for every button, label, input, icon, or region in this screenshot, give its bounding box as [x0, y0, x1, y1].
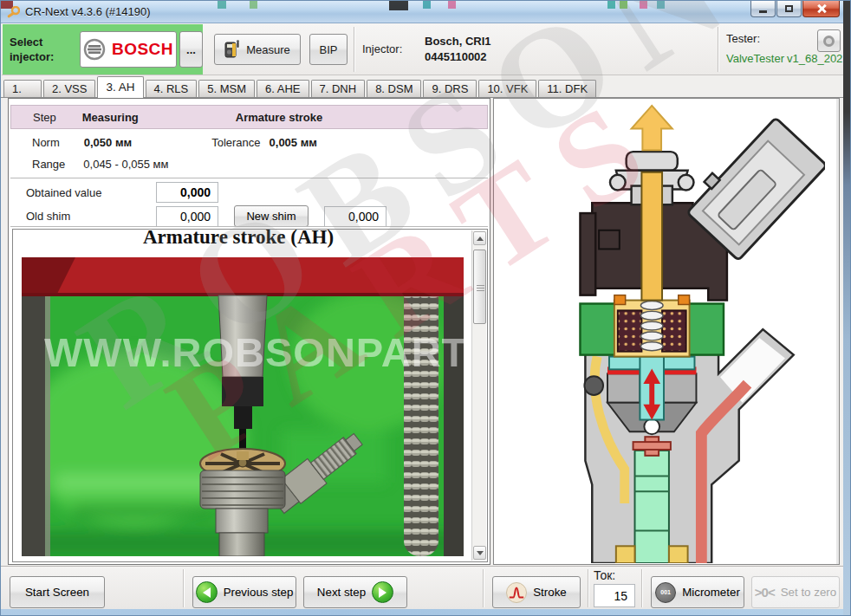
- select-injector-label: Select injector:: [10, 35, 54, 64]
- background-fragment: [250, 1, 257, 9]
- bip-button[interactable]: BIP: [309, 34, 348, 65]
- tester-name: ValveTester: [726, 52, 784, 65]
- minimize-icon: [759, 10, 767, 13]
- bosch-logo-icon: [83, 38, 106, 61]
- old-shim-input[interactable]: [156, 206, 218, 227]
- measure-panel: Step Measuring Armature stroke Norm 0,05…: [8, 98, 490, 565]
- background-fragment: [218, 1, 226, 9]
- stroke-direction-arrow: [632, 106, 672, 150]
- background-fragment: [423, 1, 431, 9]
- range-value: 0,045 - 0,055 мм: [83, 158, 168, 171]
- norm-label: Norm: [32, 136, 60, 149]
- stroke-button[interactable]: Stroke: [492, 576, 581, 608]
- window-title: CR-Next v4.3.6 (#14190): [25, 5, 151, 18]
- next-step-label: Next step: [317, 586, 366, 599]
- background-fragment: [607, 1, 615, 9]
- norm-value: 0,050 мм: [84, 136, 132, 149]
- bottom-separator: [483, 569, 484, 607]
- bottom-separator: [183, 569, 184, 607]
- hose: [404, 257, 438, 556]
- title-bar: CR-Next v4.3.6 (#14190): [1, 1, 850, 23]
- micrometer-button[interactable]: 001 Micrometer: [651, 576, 744, 608]
- tab-10-vfk[interactable]: 10. VFK: [478, 80, 536, 98]
- tester-settings-button[interactable]: [817, 29, 841, 52]
- maximize-icon: [785, 5, 793, 12]
- tab-1[interactable]: 1.: [3, 80, 42, 98]
- background-strip-right: [843, 1, 850, 616]
- step-name: Armature stroke: [236, 111, 322, 124]
- step-tabs: 1. 2. VSS 3. AH 4. RLS 5. MSM 6. AHE 7. …: [1, 75, 851, 98]
- injector-number: 0445110002: [425, 49, 491, 65]
- scroll-down-button[interactable]: [473, 546, 486, 560]
- new-shim-input[interactable]: [324, 206, 387, 227]
- injector-value: Bosch, CRI1 0445110002: [425, 34, 491, 65]
- obtained-value-label: Obtained value: [26, 186, 156, 199]
- tolerance-value: 0,005 мм: [270, 136, 317, 149]
- scroll-thumb[interactable]: [473, 250, 486, 324]
- measure-button[interactable]: Measure: [214, 34, 301, 65]
- tab-5-msm[interactable]: 5. MSM: [198, 80, 255, 98]
- stroke-pulse-icon: [506, 582, 527, 603]
- toolbar-separator: [354, 27, 354, 72]
- set-to-zero-icon: >0<: [755, 585, 775, 600]
- bottom-separator: [588, 569, 588, 607]
- photo-scrollbar[interactable]: [471, 230, 486, 561]
- new-shim-button[interactable]: New shim: [234, 205, 309, 227]
- previous-step-button[interactable]: Previous step: [192, 576, 296, 608]
- measuring-label: Measuring: [82, 111, 139, 124]
- current-group: Ток:: [594, 568, 635, 607]
- close-button[interactable]: [802, 1, 840, 17]
- tolerance-label: Tolerance: [211, 136, 260, 149]
- injector-brand-button[interactable]: BOSCH: [80, 31, 177, 68]
- maximize-button[interactable]: [776, 1, 802, 17]
- previous-step-label: Previous step: [224, 586, 294, 599]
- divider: [10, 178, 488, 178]
- range-row: Range 0,045 - 0,055 мм: [9, 158, 490, 171]
- tab-3-ah[interactable]: 3. AH: [97, 76, 143, 98]
- measure-label: Measure: [246, 43, 290, 56]
- obtained-row: Obtained value: [9, 182, 490, 203]
- tab-6-ahe[interactable]: 6. AHE: [257, 80, 309, 98]
- set-to-zero-button[interactable]: >0< Set to zero: [751, 576, 840, 608]
- close-icon: [816, 3, 827, 14]
- background-fragment: [389, 1, 408, 10]
- background-fragment: [640, 1, 647, 9]
- tab-8-dsm[interactable]: 8. DSM: [367, 80, 421, 98]
- bottom-bar: Start Screen Previous step Next step Str…: [1, 566, 851, 609]
- tab-9-drs[interactable]: 9. DRS: [423, 80, 477, 98]
- start-screen-button[interactable]: Start Screen: [10, 576, 105, 608]
- old-shim-row: Old shim New shim: [9, 205, 490, 227]
- tab-7-dnh[interactable]: 7. DNH: [311, 80, 366, 98]
- background-fragment: [620, 1, 627, 9]
- scroll-grip: [477, 285, 484, 286]
- norm-row: Norm 0,050 мм Tolerance 0,005 мм: [9, 136, 490, 149]
- injector-label: Injector:: [362, 42, 402, 55]
- toolbar-separator: [718, 27, 718, 72]
- background-strip: [1, 609, 851, 616]
- current-input[interactable]: [594, 584, 635, 607]
- bottom-separator: [641, 569, 642, 607]
- minimize-button[interactable]: [750, 1, 776, 17]
- photo-watermark: WWW.ROBSONPARTS: [44, 329, 464, 375]
- toolbar: Select injector: BOSCH ... Measure BI: [2, 23, 845, 75]
- tab-2-vss[interactable]: 2. VSS: [43, 80, 95, 98]
- next-step-button[interactable]: Next step: [303, 576, 407, 608]
- previous-arrow-icon: [196, 581, 218, 603]
- app-icon: [6, 6, 20, 20]
- micrometer-dial-icon: 001: [655, 582, 676, 603]
- injector-model: Bosch, CRI1: [425, 34, 491, 49]
- injector-diagram: [504, 102, 825, 563]
- tab-11-dfk[interactable]: 11. DFK: [538, 80, 596, 98]
- scroll-up-icon: [477, 237, 484, 241]
- scroll-up-button[interactable]: [473, 231, 486, 245]
- more-injectors-button[interactable]: ...: [179, 31, 203, 68]
- background-fragment: [448, 1, 456, 9]
- injector-photo: WWW.ROBSONPARTS: [22, 257, 464, 556]
- app-window: CR-Next v4.3.6 (#14190) Select injector:…: [0, 0, 851, 616]
- next-arrow-icon: [372, 581, 393, 603]
- tab-4-rls[interactable]: 4. RLS: [146, 80, 198, 98]
- tester-version: v1_68_202: [787, 52, 842, 65]
- diagram-panel: [493, 98, 840, 565]
- obtained-value-input[interactable]: [156, 182, 218, 203]
- step-photo-panel: Armature stroke (AH): [12, 229, 488, 562]
